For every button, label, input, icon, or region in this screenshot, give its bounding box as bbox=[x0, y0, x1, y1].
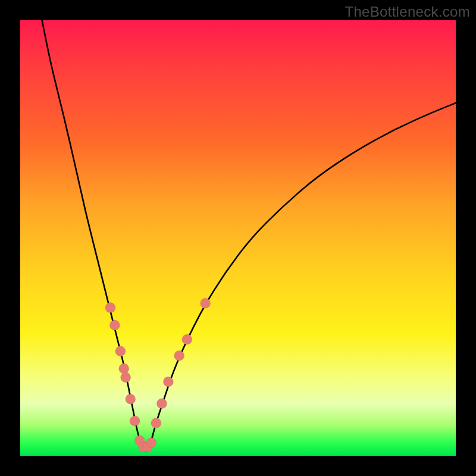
curve-left-branch bbox=[42, 20, 147, 452]
data-dot bbox=[146, 438, 156, 448]
data-dot bbox=[119, 364, 129, 374]
data-dot bbox=[182, 334, 192, 345]
dot-group bbox=[105, 298, 211, 452]
chart-svg bbox=[0, 0, 476, 476]
data-dot bbox=[156, 399, 167, 409]
data-dot bbox=[126, 394, 136, 404]
data-dot bbox=[201, 298, 211, 308]
data-dot bbox=[105, 303, 115, 313]
data-dot bbox=[174, 350, 184, 361]
curve-right-branch bbox=[146, 103, 456, 452]
watermark-text: TheBottleneck.com bbox=[345, 4, 470, 20]
data-dot bbox=[130, 416, 140, 426]
data-dot bbox=[151, 418, 161, 428]
data-dot bbox=[109, 320, 120, 330]
chart-frame: TheBottleneck.com bbox=[0, 0, 476, 476]
curve-group bbox=[42, 20, 456, 452]
data-dot bbox=[115, 346, 126, 356]
data-dot bbox=[163, 377, 173, 387]
data-dot bbox=[121, 372, 131, 383]
